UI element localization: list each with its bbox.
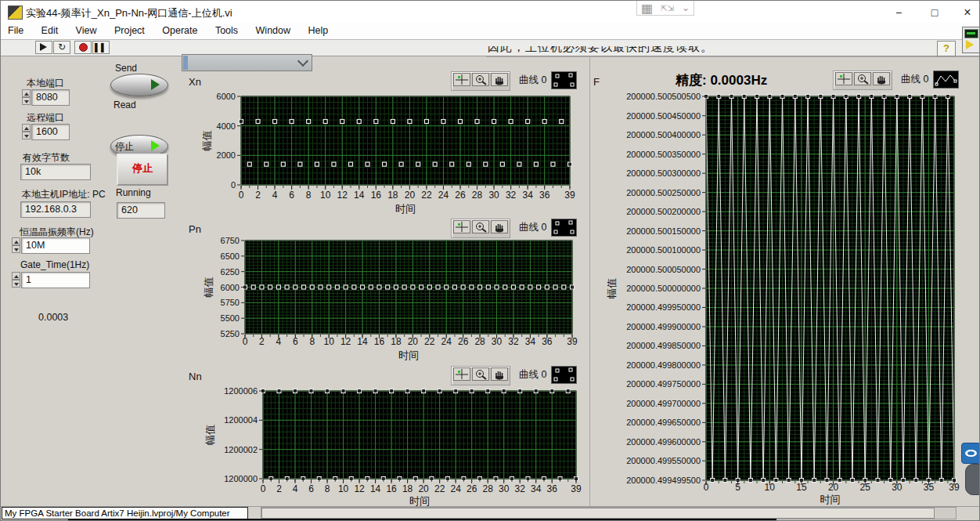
read-arrow-icon (151, 140, 160, 151)
teamviewer-flap[interactable] (965, 464, 980, 495)
svg-text:14: 14 (354, 190, 365, 201)
cursor-tool-button[interactable] (835, 72, 852, 85)
svg-text:6750: 6750 (221, 236, 240, 245)
svg-text:8: 8 (309, 336, 315, 347)
svg-text:20: 20 (828, 482, 839, 493)
vi-icon (8, 5, 23, 20)
svg-text:34: 34 (531, 483, 542, 494)
menu-help[interactable]: Help (301, 23, 335, 36)
nn-chart[interactable]: 0246810121416182022242628303234363912000… (182, 381, 588, 506)
pan-tool-button[interactable] (491, 220, 508, 233)
remote-port-stepper[interactable] (22, 124, 31, 139)
svg-text:1200000: 1200000 (224, 474, 258, 483)
zoom-tool-button[interactable] (472, 220, 489, 233)
menu-tools[interactable]: Tools (208, 23, 245, 36)
cursor-tool-button[interactable] (453, 220, 470, 233)
svg-text:32: 32 (506, 190, 517, 201)
osc-freq-field[interactable]: 10M (21, 237, 90, 254)
title-bar: 实验44-频率计_Xn_Pn-Nn-网口通信-上位机.vi ▦ ⇱⇲ ⌄ − □… (1, 1, 980, 24)
local-port-field[interactable]: 8080 (31, 89, 70, 106)
stop-label: 停止 (115, 140, 134, 154)
cursor-tool-button[interactable] (453, 73, 470, 86)
cursor-tool-button[interactable] (453, 367, 470, 381)
remote-port-field[interactable]: 1600 (31, 124, 70, 140)
pause-icon: ▌▌ (93, 42, 109, 53)
zoom-tool-button[interactable] (854, 72, 871, 85)
svg-text:25: 25 (860, 482, 871, 493)
svg-text:22: 22 (421, 190, 432, 201)
svg-text:幅值: 幅值 (201, 131, 213, 151)
menu-file[interactable]: File (1, 23, 31, 36)
xn-plot-legend[interactable]: 曲线 0 (519, 71, 577, 89)
menu-project[interactable]: Project (107, 23, 152, 36)
legend-label: 曲线 0 (519, 221, 546, 234)
svg-text:8: 8 (306, 190, 312, 201)
svg-text:24: 24 (450, 483, 461, 494)
svg-text:34: 34 (522, 190, 533, 201)
svg-text:时间: 时间 (820, 494, 841, 505)
abort-button[interactable] (74, 41, 92, 54)
stop-button[interactable]: 停止 (117, 154, 168, 186)
gate-time-field[interactable]: 1 (21, 272, 90, 288)
send-label: Send (115, 63, 137, 74)
ip-field[interactable]: 192.168.0.3 (20, 201, 91, 218)
horizontal-scrollbar-thumb[interactable] (261, 508, 935, 519)
xn-graph-palette (451, 71, 510, 91)
minimize-button[interactable]: − (887, 5, 910, 20)
xn-chart[interactable]: 0246810121416182022242628303234363902000… (182, 89, 588, 219)
pan-tool-button[interactable] (491, 367, 508, 381)
svg-text:36: 36 (542, 336, 553, 347)
osc-freq-stepper[interactable] (12, 237, 21, 253)
menu-view[interactable]: View (69, 23, 104, 36)
bytes-field[interactable]: 10k (20, 164, 91, 180)
run-button[interactable] (35, 41, 52, 54)
svg-text:24: 24 (441, 336, 452, 347)
grid-icon[interactable]: ▦ (641, 1, 653, 16)
pn-chart[interactable]: 0246810121416182022242628303234363952505… (182, 234, 588, 365)
run-continuous-button[interactable]: ↻ (53, 41, 70, 54)
svg-text:6250: 6250 (221, 267, 240, 277)
svg-text:5250: 5250 (221, 329, 240, 338)
svg-text:200000.499850000: 200000.499850000 (626, 341, 701, 350)
svg-text:30: 30 (488, 190, 499, 201)
svg-text:6000: 6000 (221, 283, 240, 292)
zoom-tool-button[interactable] (472, 73, 489, 86)
legend-label: 曲线 0 (519, 368, 546, 382)
project-target-box[interactable]: My FPGA Starter Board Artix7 Heijin.lvpr… (2, 507, 248, 519)
svg-text:36: 36 (539, 190, 550, 201)
read-label: Read (113, 99, 136, 110)
send-button[interactable] (110, 74, 168, 96)
menu-edit[interactable]: Edit (34, 23, 66, 36)
svg-text:2: 2 (255, 190, 261, 201)
svg-text:4: 4 (293, 483, 298, 494)
f-precision-title: 精度: 0.0003Hz (676, 71, 767, 89)
svg-text:200000.499650000: 200000.499650000 (626, 418, 701, 427)
svg-text:6500: 6500 (221, 251, 240, 261)
f-chart[interactable]: 0510152025303539200000.500500500200000.5… (592, 89, 980, 506)
close-button[interactable]: × (956, 5, 979, 20)
gate-time-stepper[interactable] (12, 272, 21, 288)
pan-tool-button[interactable] (491, 73, 508, 86)
local-port-stepper[interactable] (22, 89, 31, 105)
svg-text:20: 20 (418, 483, 429, 494)
zoom-tool-button[interactable] (472, 367, 489, 381)
loop-icon: ↻ (54, 42, 70, 53)
svg-text:6: 6 (289, 190, 294, 201)
teamviewer-mini-toolbar[interactable]: ▦ ⇱⇲ ⌄ (636, 1, 694, 16)
svg-text:200000.499900000: 200000.499900000 (626, 322, 701, 331)
maximize-button[interactable]: □ (923, 5, 946, 20)
pause-button[interactable]: ▌▌ (92, 41, 110, 54)
svg-text:时间: 时间 (395, 203, 416, 215)
chevron-down-icon[interactable]: ⌄ (682, 2, 690, 13)
combo-box[interactable] (182, 54, 312, 71)
expand-icon[interactable]: ⇱⇲ (661, 4, 674, 13)
menu-window[interactable]: Window (249, 23, 297, 36)
svg-text:28: 28 (472, 190, 483, 201)
menu-operate[interactable]: Operate (155, 23, 204, 36)
svg-text:4: 4 (276, 336, 282, 347)
pan-tool-button[interactable] (873, 72, 890, 85)
svg-text:时间: 时间 (398, 349, 419, 361)
f-plot-legend[interactable]: 曲线 0 (901, 71, 959, 89)
teamviewer-icon[interactable] (961, 443, 980, 464)
scatter-style-icon (551, 71, 577, 89)
